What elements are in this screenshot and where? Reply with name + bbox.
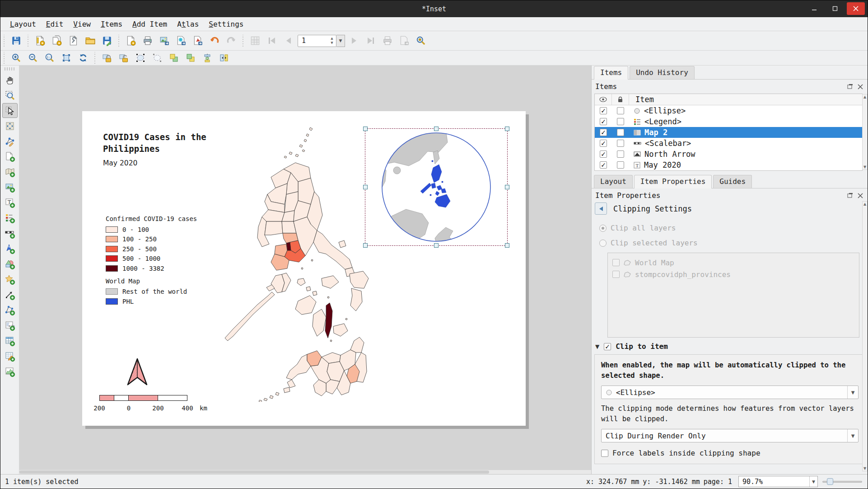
atlas-settings-button[interactable] xyxy=(413,33,429,48)
item-row-scalebar[interactable]: ✓ <Scalebar> xyxy=(595,138,862,149)
clip-layer-list[interactable]: World Map stompcovidph_provinces xyxy=(607,253,859,338)
zoom-in-button[interactable] xyxy=(9,52,24,64)
map-subtitle-item[interactable]: May 2020 xyxy=(103,159,137,167)
menu-view[interactable]: View xyxy=(68,18,96,30)
pan-layout-button[interactable] xyxy=(2,72,18,87)
atlas-feature-dropdown[interactable]: ▼ xyxy=(336,35,345,47)
zoom-out-button[interactable] xyxy=(25,52,41,64)
add-picture-button[interactable] xyxy=(2,180,18,195)
select-move-item-button[interactable] xyxy=(2,103,18,118)
add-html-button[interactable]: </> xyxy=(2,318,18,333)
item-row-ellipse[interactable]: ✓ <Ellipse> xyxy=(595,105,862,116)
visibility-checkbox[interactable]: ✓ xyxy=(600,129,607,136)
export-atlas-button[interactable] xyxy=(397,33,412,48)
lock-checkbox[interactable] xyxy=(617,118,624,125)
preview-atlas-button[interactable] xyxy=(247,33,263,48)
redo-button[interactable] xyxy=(224,33,239,48)
lock-checkbox[interactable] xyxy=(617,107,624,114)
radio-clip-all-layers[interactable]: Clip all layers xyxy=(599,224,868,232)
minimize-button[interactable] xyxy=(805,2,823,15)
add-page-button[interactable] xyxy=(2,149,18,164)
menu-edit[interactable]: Edit xyxy=(41,18,69,30)
add-shape-button[interactable] xyxy=(2,257,18,272)
close-panel-icon[interactable] xyxy=(858,84,863,89)
float-panel-icon[interactable] xyxy=(847,84,853,89)
last-feature-button[interactable] xyxy=(363,33,378,48)
spin-arrows-icon[interactable]: ▲▼ xyxy=(329,36,335,46)
toolbar-handle[interactable] xyxy=(242,35,245,47)
zoom-slider[interactable] xyxy=(822,476,862,487)
item-row-north-arrow[interactable]: ✓ North Arrow xyxy=(595,149,862,160)
export-as-pdf-button[interactable] xyxy=(190,33,205,48)
item-row-map2[interactable]: ✓ Map 2 xyxy=(595,127,862,138)
unlock-all-items-button[interactable] xyxy=(116,52,131,64)
maximize-button[interactable] xyxy=(826,2,844,15)
force-labels-checkbox[interactable] xyxy=(601,450,608,457)
add-elevation-profile-button[interactable] xyxy=(2,364,18,379)
force-labels-row[interactable]: Force labels inside clipping shape xyxy=(601,449,859,457)
selection-handle[interactable] xyxy=(505,185,509,189)
previous-feature-button[interactable] xyxy=(281,33,296,48)
layout-canvas[interactable]: COVID19 Cases in the Philippines May 202… xyxy=(19,66,592,474)
item-row-may-2020[interactable]: ✓ TMay 2020 xyxy=(595,160,862,170)
selection-handle[interactable] xyxy=(434,243,439,248)
add-arrow-button[interactable] xyxy=(2,287,18,302)
ungroup-items-button[interactable] xyxy=(149,52,165,64)
add-items-from-template-button[interactable] xyxy=(83,33,98,48)
slider-knob[interactable] xyxy=(827,478,833,485)
lock-checkbox[interactable] xyxy=(617,129,624,136)
add-label-button[interactable]: T xyxy=(2,195,18,210)
selection-handle[interactable] xyxy=(363,127,368,131)
collapse-arrow-icon[interactable]: ▼ xyxy=(595,343,599,350)
selection-handle[interactable] xyxy=(363,243,368,248)
raise-selected-items-button[interactable] xyxy=(166,52,182,64)
visibility-checkbox[interactable]: ✓ xyxy=(600,118,607,125)
export-as-template-button[interactable] xyxy=(123,33,139,48)
duplicate-layout-button[interactable] xyxy=(49,33,65,48)
layout-manager-button[interactable] xyxy=(66,33,81,48)
properties-scrollbar[interactable]: ▲▼ xyxy=(862,201,868,471)
visibility-checkbox[interactable]: ✓ xyxy=(600,161,607,169)
resize-selected-items-button[interactable] xyxy=(216,52,232,64)
move-item-content-button[interactable] xyxy=(2,118,18,133)
undo-button[interactable] xyxy=(207,33,222,48)
scrollbar-thumb[interactable] xyxy=(19,470,489,474)
align-selected-items-button[interactable] xyxy=(200,52,215,64)
layer-checkbox[interactable] xyxy=(612,271,620,278)
layer-row-stompcovidph-provinces[interactable]: stompcovidph_provinces xyxy=(612,268,859,280)
toolbar-handle[interactable] xyxy=(93,52,97,64)
zoom-tool-button[interactable] xyxy=(2,88,18,103)
visibility-checkbox[interactable]: ✓ xyxy=(600,107,607,114)
export-as-svg-button[interactable] xyxy=(173,33,189,48)
lock-checkbox[interactable] xyxy=(617,150,624,158)
export-as-image-button[interactable] xyxy=(157,33,172,48)
toolbar-handle[interactable] xyxy=(3,52,6,64)
next-feature-button[interactable] xyxy=(346,33,362,48)
menu-items[interactable]: Items xyxy=(96,18,127,30)
layer-row-world-map[interactable]: World Map xyxy=(612,257,859,268)
selection-handle[interactable] xyxy=(505,127,509,131)
inset-map-item[interactable] xyxy=(365,128,508,246)
zoom-full-button[interactable] xyxy=(59,52,74,64)
print-atlas-button[interactable] xyxy=(380,33,395,48)
refresh-view-button[interactable] xyxy=(75,52,91,64)
items-scrollbar[interactable]: ▲▼ xyxy=(862,94,868,170)
save-as-template-button[interactable] xyxy=(99,33,115,48)
first-feature-button[interactable] xyxy=(264,33,280,48)
north-arrow-item[interactable] xyxy=(126,357,149,387)
add-node-item-button[interactable] xyxy=(2,303,18,318)
clip-mode-combobox[interactable]: Clip During Render Only ▼ xyxy=(601,429,859,442)
close-button[interactable] xyxy=(847,2,865,15)
add-map-button[interactable] xyxy=(2,165,18,179)
lock-checkbox[interactable] xyxy=(617,140,624,147)
menu-add-item[interactable]: Add Item xyxy=(127,18,172,30)
tab-item-properties[interactable]: Item Properties xyxy=(634,175,712,188)
add-fixed-table-button[interactable] xyxy=(2,349,18,364)
selection-handle[interactable] xyxy=(363,185,368,189)
group-items-button[interactable] xyxy=(133,52,148,64)
tab-undo-history[interactable]: Undo History xyxy=(630,66,695,79)
map-title-item[interactable]: COVID19 Cases in the Philippines xyxy=(103,131,206,155)
add-attribute-table-button[interactable] xyxy=(2,334,18,348)
edit-nodes-item-button[interactable] xyxy=(2,134,18,149)
toolbar-handle[interactable] xyxy=(27,35,30,47)
